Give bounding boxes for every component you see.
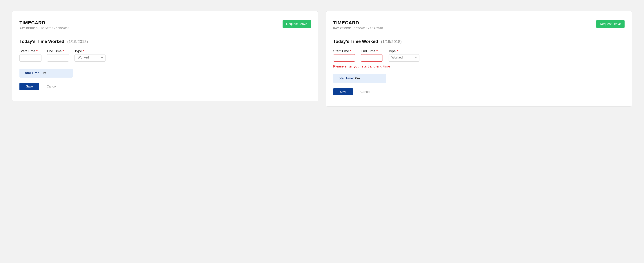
end-time-input[interactable] xyxy=(47,54,69,62)
type-label-text: Type xyxy=(74,49,82,53)
start-time-label-text: Start Time xyxy=(333,49,349,53)
timecard-panel: TIMECARD PAY PERIOD: 1/05/2018 - 1/19/20… xyxy=(326,11,632,106)
card-title: TIMECARD xyxy=(333,20,383,26)
request-leave-button[interactable]: Request Leave xyxy=(596,20,624,28)
total-time-label: Total Time: xyxy=(337,76,354,80)
section-title-row: Today's Time Worked (1/19/2018) xyxy=(20,39,311,44)
type-select[interactable]: Worked xyxy=(74,54,106,62)
pay-period-row: PAY PERIOD: 1/05/2018 - 1/19/2018 xyxy=(20,27,69,30)
start-time-label: Start Time * xyxy=(333,49,355,53)
cancel-button[interactable]: Cancel xyxy=(46,85,56,88)
save-button[interactable]: Save xyxy=(20,83,39,90)
pay-period-label: PAY PERIOD: xyxy=(20,27,38,30)
form-row: Start Time * End Time * Type * Worked xyxy=(20,49,311,62)
required-asterisk: * xyxy=(36,49,38,53)
cancel-button[interactable]: Cancel xyxy=(360,90,370,94)
card-title: TIMECARD xyxy=(20,20,69,26)
validation-error-message: Please enter your start and end time xyxy=(333,64,624,68)
required-asterisk: * xyxy=(397,49,398,53)
end-time-label-text: End Time xyxy=(47,49,62,53)
pay-period-label: PAY PERIOD: xyxy=(333,27,352,30)
card-header-left: TIMECARD PAY PERIOD: 1/05/2018 - 1/19/20… xyxy=(333,20,383,30)
form-row: Start Time * End Time * Type * Worked xyxy=(333,49,624,62)
end-time-label-text: End Time xyxy=(361,49,376,53)
total-time-value: 0m xyxy=(355,76,360,80)
start-time-group: Start Time * xyxy=(20,49,42,62)
pay-period-value: 1/05/2018 - 1/19/2018 xyxy=(354,27,383,30)
start-time-label: Start Time * xyxy=(20,49,42,53)
end-time-group: End Time * xyxy=(47,49,69,62)
card-header-left: TIMECARD PAY PERIOD: 1/05/2018 - 1/19/20… xyxy=(20,20,69,30)
required-asterisk: * xyxy=(376,49,378,53)
type-label: Type * xyxy=(388,49,420,53)
start-time-label-text: Start Time xyxy=(20,49,36,53)
card-header: TIMECARD PAY PERIOD: 1/05/2018 - 1/19/20… xyxy=(20,20,311,30)
type-select-wrap: Worked xyxy=(388,54,420,62)
section-title: Today's Time Worked xyxy=(20,39,64,44)
total-time-box: Total Time: 0m xyxy=(20,68,73,78)
start-time-input[interactable] xyxy=(20,54,42,62)
pay-period-row: PAY PERIOD: 1/05/2018 - 1/19/2018 xyxy=(333,27,383,30)
timecard-panel: TIMECARD PAY PERIOD: 1/05/2018 - 1/19/20… xyxy=(12,11,318,101)
end-time-label: End Time * xyxy=(47,49,69,53)
actions-row: Save Cancel xyxy=(333,88,624,95)
type-select-wrap: Worked xyxy=(74,54,106,62)
required-asterisk: * xyxy=(83,49,84,53)
card-header: TIMECARD PAY PERIOD: 1/05/2018 - 1/19/20… xyxy=(333,20,624,30)
actions-row: Save Cancel xyxy=(20,83,311,90)
start-time-group: Start Time * xyxy=(333,49,355,62)
save-button[interactable]: Save xyxy=(333,88,353,95)
type-group: Type * Worked xyxy=(388,49,420,62)
type-group: Type * Worked xyxy=(74,49,106,62)
total-time-box: Total Time: 0m xyxy=(333,74,386,83)
required-asterisk: * xyxy=(350,49,351,53)
cards-container: TIMECARD PAY PERIOD: 1/05/2018 - 1/19/20… xyxy=(12,11,632,106)
section-title: Today's Time Worked xyxy=(333,39,378,44)
request-leave-button[interactable]: Request Leave xyxy=(282,20,311,28)
total-time-value: 0m xyxy=(42,71,46,75)
end-time-label: End Time * xyxy=(361,49,383,53)
end-time-group: End Time * xyxy=(361,49,383,62)
start-time-input[interactable] xyxy=(333,54,355,62)
section-date: (1/19/2018) xyxy=(381,39,402,44)
required-asterisk: * xyxy=(62,49,64,53)
type-label: Type * xyxy=(74,49,106,53)
end-time-input[interactable] xyxy=(361,54,383,62)
section-title-row: Today's Time Worked (1/19/2018) xyxy=(333,39,624,44)
type-label-text: Type xyxy=(388,49,396,53)
section-date: (1/19/2018) xyxy=(67,39,88,44)
total-time-label: Total Time: xyxy=(23,71,40,75)
type-select[interactable]: Worked xyxy=(388,54,420,62)
pay-period-value: 1/05/2018 - 1/19/2018 xyxy=(40,27,69,30)
